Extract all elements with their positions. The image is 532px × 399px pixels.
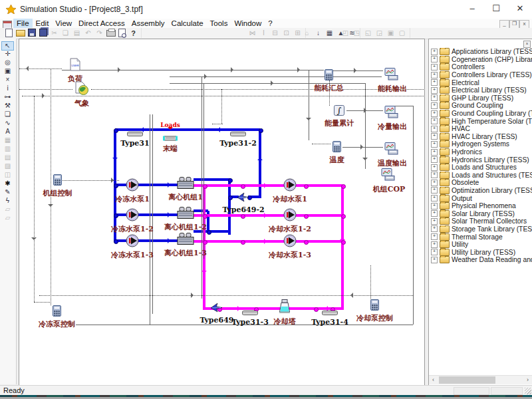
library-item[interactable]: +HVAC Library (TESS) xyxy=(429,133,532,141)
expand-plus-icon[interactable]: + xyxy=(431,156,438,163)
redo-icon[interactable]: ↷ xyxy=(94,29,105,38)
component-能耗输出[interactable]: 能耗输出 xyxy=(384,68,400,84)
component-温度[interactable]: 温度 xyxy=(332,141,341,155)
component-能量累计[interactable]: ∫能量累计 xyxy=(334,105,344,118)
expand-plus-icon[interactable]: + xyxy=(431,141,438,148)
library-item[interactable]: +Loads and Structures (TESS) xyxy=(429,172,532,180)
library-horizontal-scrollbar[interactable]: ‹ › xyxy=(429,375,532,384)
library-item[interactable]: +Output xyxy=(429,194,532,202)
component-离心机组1-3[interactable]: 离心机组1-3 xyxy=(177,232,194,248)
wrench-tool-icon[interactable]: ⚒ xyxy=(2,102,13,110)
drop-down-icon[interactable]: ↓ xyxy=(313,29,324,38)
expand-plus-icon[interactable]: + xyxy=(431,187,438,194)
settings-gear-icon[interactable]: ✱ xyxy=(2,180,13,188)
image-tool-icon[interactable]: ▣ xyxy=(2,67,13,75)
library-item[interactable]: +Utility xyxy=(429,241,532,249)
library-item[interactable]: +Physical Phenomena xyxy=(429,202,532,210)
expand-plus-icon[interactable]: + xyxy=(431,241,438,248)
save-all-icon[interactable] xyxy=(37,29,49,38)
menu-direct-access[interactable]: Direct Access xyxy=(75,19,128,28)
spline-link-tool-icon[interactable]: ∿ xyxy=(2,119,13,127)
save-icon[interactable] xyxy=(26,29,37,38)
hierarchy-icon[interactable]: ⌂ xyxy=(301,29,313,38)
expand-plus-icon[interactable]: + xyxy=(431,94,438,101)
arrange-icon[interactable]: ◲ xyxy=(374,29,385,38)
library-item[interactable]: +Weather Data Reading and Process xyxy=(429,256,532,264)
menu-?[interactable]: ? xyxy=(265,19,275,28)
print-preview-icon[interactable] xyxy=(116,29,128,38)
expand-plus-icon[interactable]: + xyxy=(431,257,438,263)
link-tool-icon[interactable]: ⊶ xyxy=(2,93,13,101)
zoom-tool-icon[interactable]: ◎ xyxy=(2,59,13,66)
library-item[interactable]: +GHP Library (TESS) xyxy=(429,94,532,102)
component-离心机组1[interactable]: 离心机组1 xyxy=(177,176,194,192)
resize-grip[interactable] xyxy=(525,388,531,394)
expand-plus-icon[interactable]: + xyxy=(431,118,438,124)
open-icon[interactable] xyxy=(15,29,26,38)
expand-plus-icon[interactable]: + xyxy=(431,72,438,78)
component-冷冻泵控制[interactable]: 冷冻泵控制 xyxy=(53,305,61,319)
expand-plus-icon[interactable]: + xyxy=(431,203,438,209)
menu-window[interactable]: Window xyxy=(231,19,265,28)
assembly-canvas[interactable]: USER负荷气象Type31Loads末端Type31-2冷冻水泵1冷冻水泵1-… xyxy=(19,39,425,386)
clone-tool-icon[interactable]: ❏ xyxy=(2,110,13,118)
component-type31-2[interactable]: Type31-2 xyxy=(230,127,246,139)
library-item[interactable]: +Applications Library (TESS) xyxy=(429,48,532,56)
fit-horizontal-icon[interactable]: ⋈ xyxy=(247,29,258,38)
expand-plus-icon[interactable]: + xyxy=(431,164,438,171)
expand-plus-icon[interactable]: + xyxy=(431,102,438,109)
expand-plus-icon[interactable]: + xyxy=(431,210,438,217)
expand-plus-icon[interactable]: + xyxy=(431,249,438,255)
expand-plus-icon[interactable]: + xyxy=(431,56,438,63)
paste-icon[interactable]: ▤ xyxy=(71,29,82,38)
library-item[interactable]: +Loads and Structures xyxy=(429,164,532,172)
cut-icon[interactable]: ✂ xyxy=(49,29,60,38)
shrink-icon[interactable]: ⊟ xyxy=(269,29,281,38)
component-能耗汇总[interactable]: 能耗汇总 xyxy=(325,69,333,83)
component-气象[interactable]: 气象 xyxy=(75,81,88,98)
component-冷却水泵1-3[interactable]: 冷却水泵1-3 xyxy=(283,234,297,250)
expand-plus-icon[interactable]: + xyxy=(431,225,438,232)
new-icon[interactable] xyxy=(3,29,15,38)
library-item[interactable]: +Cogeneration (CHP) Library (TESS) xyxy=(429,56,532,64)
library-item[interactable]: +Optimization Library (TESS) xyxy=(429,187,532,195)
library-item[interactable]: +Ground Coupling xyxy=(429,102,532,110)
scroll-right-icon[interactable]: › xyxy=(523,376,532,384)
library-item[interactable]: +High Temperature Solar (TESS) xyxy=(429,117,532,125)
print-icon[interactable] xyxy=(105,29,116,38)
component-冷量输出[interactable]: 冷量输出 xyxy=(384,106,400,122)
component-冷冻水泵1-2[interactable]: 冷冻水泵1-2 xyxy=(126,208,139,224)
component-冷冻水泵1-3[interactable]: 冷冻水泵1-3 xyxy=(126,234,139,250)
cascade-icon[interactable]: ◰ xyxy=(340,29,351,38)
expand-plus-icon[interactable]: + xyxy=(431,126,438,132)
run-tool-icon[interactable]: ϟ xyxy=(2,197,13,205)
component-type649[interactable]: Type649 xyxy=(210,301,223,316)
expand-plus-icon[interactable]: + xyxy=(431,218,438,225)
fit-vertical-icon[interactable]: Ⅰ xyxy=(258,29,269,38)
library-item[interactable]: +HVAC xyxy=(429,125,532,133)
library-close-icon[interactable]: × xyxy=(523,41,531,48)
menu-file[interactable]: File xyxy=(13,19,33,28)
pen-tool-icon[interactable]: ✎ xyxy=(2,188,13,196)
expand-plus-icon[interactable]: + xyxy=(431,64,438,70)
select-tool-icon[interactable]: ↖ xyxy=(1,41,14,51)
copy-icon[interactable]: ❏ xyxy=(60,29,71,38)
extra-b-icon[interactable]: ▱ xyxy=(2,214,13,222)
expand-icon[interactable]: ⊡ xyxy=(281,29,292,38)
pan-tool-icon[interactable]: ✛ xyxy=(2,50,13,58)
library-item[interactable]: +Hydrogen Systems xyxy=(429,140,532,148)
library-item[interactable]: +Solar Thermal Collectors xyxy=(429,217,532,225)
layout-b-icon[interactable]: ▢ xyxy=(396,29,408,38)
component-末端[interactable]: Loads末端 xyxy=(163,132,178,144)
info-tool-icon[interactable]: i xyxy=(2,84,13,92)
help-icon[interactable]: ? xyxy=(128,29,139,38)
component-冷却水泵1-2[interactable]: 冷却水泵1-2 xyxy=(283,208,297,224)
text-tool-icon[interactable]: A xyxy=(2,128,13,136)
library-item[interactable]: +Electrical Library (TESS) xyxy=(429,86,532,94)
component-冷却水泵1[interactable]: 冷却水泵1 xyxy=(283,178,297,194)
menu-tools[interactable]: Tools xyxy=(207,19,231,28)
component-type649-2[interactable]: Type649-2 xyxy=(237,191,250,205)
scroll-thumb[interactable] xyxy=(439,376,495,384)
library-item[interactable]: +Utility Library (TESS) xyxy=(429,248,532,256)
component-温度输出[interactable]: 温度输出 xyxy=(384,142,400,158)
